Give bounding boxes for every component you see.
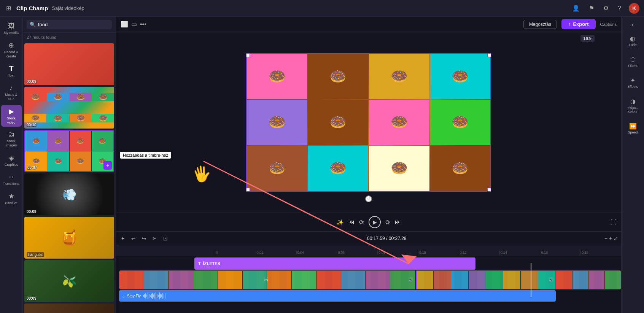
rewind-icon[interactable]: ⟳	[359, 219, 364, 226]
play-button[interactable]: ▶	[369, 216, 381, 228]
magic-tools-btn[interactable]: ✦	[119, 235, 127, 242]
title-clip[interactable]: T ÍZLETES	[194, 257, 475, 270]
sidebar-item-graphics[interactable]: ◈ Graphics	[1, 151, 22, 169]
zoom-fit-btn[interactable]: ⤢	[614, 235, 618, 242]
skip-forward-icon[interactable]: ⏭	[395, 219, 401, 226]
aspect-icon[interactable]: ▭	[131, 21, 137, 28]
sidebar-item-transitions[interactable]: ↔ Transitions	[1, 171, 22, 188]
sidebar-label-brand-kit: Band kit	[5, 201, 17, 205]
right-tool-fade[interactable]: ◐ Fade	[627, 33, 638, 49]
video-frame[interactable]: 🍩 🍩 🍩 🍩 🍩 🍩 🍩 🍩 🍩 🍩 🍩 🍩	[246, 53, 491, 192]
sidebar-item-music-sfx[interactable]: ♪ Music & SFX	[1, 82, 22, 103]
collapse-panel-btn[interactable]: ‹	[632, 21, 634, 28]
video-clip-1[interactable]: ✂ 🔊	[119, 270, 415, 289]
speed-label: Speed	[628, 130, 638, 134]
media-thumb-2[interactable]: 🍩 🍩 🍩 🍩 🍩 🍩 🍩 🍩 00:10	[24, 87, 114, 129]
filters-label: Filters	[628, 64, 638, 68]
fade-icon: ◐	[630, 35, 635, 42]
zoom-out-btn[interactable]: −	[604, 235, 607, 242]
corner-handle-br[interactable]	[487, 188, 491, 192]
corner-handle-tl[interactable]	[246, 53, 250, 57]
topbar: ⊞ Clip Champ Saját videókép 👤 ⚑ ⚙ ? K	[0, 0, 644, 17]
right-tool-filters[interactable]: ⬡ Filters	[627, 54, 639, 70]
magic-edit-icon[interactable]: ✨	[336, 219, 344, 226]
search-icon: 🔍	[30, 22, 36, 27]
audio-track-row: ♪ Stay Fly	[116, 290, 621, 302]
my-media-icon: 🖼	[8, 22, 15, 30]
sidebar-label-stock-images: Stock images	[3, 139, 20, 148]
rotate-handle[interactable]: ↺	[365, 195, 372, 202]
media-thumb-4[interactable]: 💨 00:09	[24, 173, 114, 215]
captions-button[interactable]: Captions	[600, 22, 617, 27]
ruler-mark: 0:10	[418, 251, 459, 254]
cut-btn[interactable]: ✂	[151, 235, 159, 242]
zoom-in-btn[interactable]: +	[609, 235, 612, 242]
media-grid: 00:09 🍩 🍩 🍩 🍩 🍩 🍩 🍩 🍩 00:10	[23, 42, 116, 313]
volume-icon: 🔊	[408, 277, 413, 283]
ruler-mark: 0:18	[580, 251, 621, 254]
sidebar-item-stock-video[interactable]: ▶ Stock video	[1, 105, 22, 127]
redo-btn[interactable]: ↪	[140, 235, 148, 242]
sidebar-item-text[interactable]: T Text	[1, 62, 22, 80]
audio-clip[interactable]: ♪ Stay Fly	[119, 290, 556, 302]
mood-label-5: hangulat	[27, 252, 44, 257]
search-input[interactable]	[38, 22, 109, 27]
right-tool-adjust-colors[interactable]: ◑ Adjust colors	[622, 95, 644, 116]
avatar[interactable]: K	[629, 3, 639, 14]
share-button[interactable]: Megosztás	[523, 20, 557, 29]
more-options-icon[interactable]: •••	[140, 21, 146, 28]
sidebar-item-brand-kit[interactable]: ★ Band kit	[1, 190, 22, 208]
ruler-mark: 0:16	[540, 251, 580, 254]
timeline-tracks[interactable]: T ÍZLETES	[116, 256, 621, 313]
sidebar-item-record-create[interactable]: ⊕ Record & create	[1, 39, 22, 61]
media-thumb-7[interactable]: ☕	[24, 303, 114, 313]
preview-area: ⬜ ▭ ••• Megosztás ↑ Export Captions 1	[116, 17, 621, 231]
right-tool-speed[interactable]: ⏩ Speed	[626, 120, 639, 137]
scissor-icon-on-clip: ✂	[264, 277, 269, 283]
media-thumb-3[interactable]: 🍩 🍩 🍩 🍩 🍩 🍩 🍩 🍩 00:07 +	[24, 130, 114, 172]
title-clip-icon: T	[198, 261, 201, 266]
timeline-area: ✦ ↩ ↪ ✂ ⊡ 00:17.59 / 00:27.28 − + ⤢	[116, 231, 621, 313]
people-icon[interactable]: 👤	[571, 3, 581, 13]
sidebar-item-stock-images[interactable]: 🗂 Stock images	[1, 128, 22, 150]
flag-icon[interactable]: ⚑	[587, 3, 596, 13]
cut-marker	[415, 270, 416, 289]
preview-header: ⬜ ▭ ••• Megosztás ↑ Export Captions	[116, 17, 621, 32]
crop-icon[interactable]: ⬜	[121, 21, 128, 28]
settings-icon[interactable]: ⚙	[602, 3, 610, 13]
ruler-mark: 0:08	[377, 251, 418, 254]
video-clip-3[interactable]	[556, 270, 621, 289]
save-frame-btn[interactable]: ⊡	[162, 235, 169, 242]
sidebar-label-record: Record & create	[3, 50, 20, 59]
skip-back-icon[interactable]: ⏮	[348, 219, 355, 226]
ruler-mark: 0:04	[296, 251, 337, 254]
graphics-icon: ◈	[9, 154, 14, 162]
aspect-ratio-badge[interactable]: 16:9	[580, 35, 595, 42]
help-icon[interactable]: ?	[616, 3, 623, 13]
record-icon: ⊕	[8, 41, 14, 49]
media-thumb-1[interactable]: 00:09	[24, 43, 114, 85]
export-button[interactable]: ↑ Export	[561, 19, 596, 29]
corner-handle-bl[interactable]	[246, 188, 250, 192]
duration-1: 00:09	[27, 79, 37, 84]
video-track-row: ✂ 🔊	[116, 270, 621, 289]
corner-handle-tr[interactable]	[487, 53, 491, 57]
effects-label: Effects	[628, 85, 638, 89]
ruler-mark: 0	[215, 251, 256, 254]
adjust-colors-label: Adjust colors	[623, 106, 642, 113]
video-clip-2[interactable]: 🔊	[416, 270, 556, 289]
media-thumb-6[interactable]: 🫒 00:09	[24, 260, 114, 302]
export-arrow-icon: ↑	[568, 21, 571, 27]
media-thumb-5[interactable]: 🍯 hangulat	[24, 217, 114, 259]
forward-icon[interactable]: ⟳	[385, 219, 390, 226]
left-sidebar: 🖼 My media ⊕ Record & create T Text ♪ Mu…	[0, 17, 23, 313]
add-to-timeline-btn[interactable]: +	[103, 161, 112, 170]
grid-icon[interactable]: ⊞	[5, 3, 13, 13]
fullscreen-button[interactable]: ⛶	[611, 219, 617, 226]
right-tool-effects[interactable]: ✦ Effects	[626, 75, 639, 91]
sidebar-item-my-media[interactable]: 🖼 My media	[1, 20, 22, 37]
app-name: Clip Champ	[16, 5, 48, 11]
filters-icon: ⬡	[630, 56, 636, 63]
time-display: 00:17.59 / 00:27.28	[172, 236, 601, 241]
undo-btn[interactable]: ↩	[130, 235, 137, 242]
